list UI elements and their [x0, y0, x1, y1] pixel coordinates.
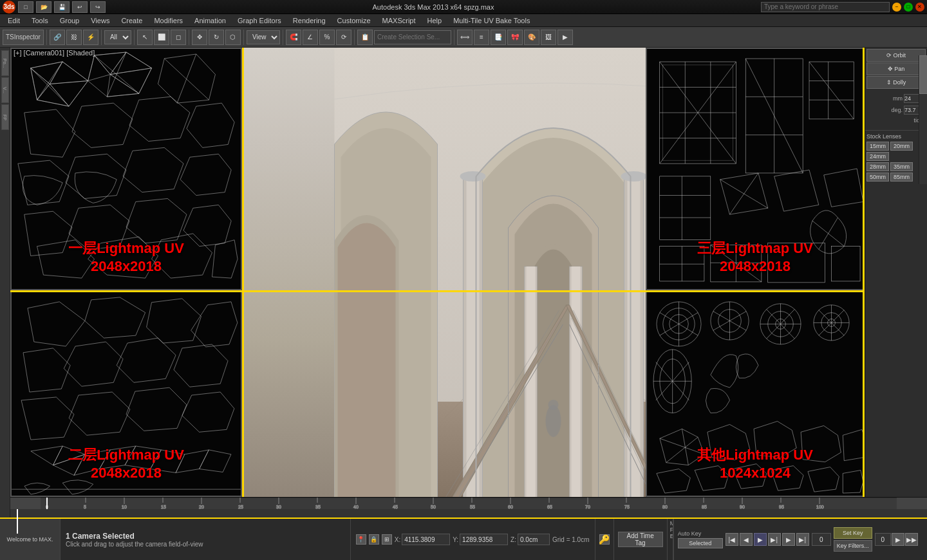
add-time-tag-btn[interactable]: Add Time Tag	[618, 532, 663, 547]
next-frame-btn[interactable]: ▶	[782, 533, 795, 546]
named-selection-btn[interactable]: 📋	[357, 30, 373, 45]
open-file-btn[interactable]: 📂	[36, 1, 52, 13]
menu-edit[interactable]: Edit	[3, 15, 25, 26]
align-btn[interactable]: ≡	[474, 30, 489, 45]
extra-end-btn[interactable]: ▶▶	[905, 533, 918, 546]
mm-label: mm	[893, 95, 903, 102]
pos-icon[interactable]: ⊞	[382, 534, 392, 545]
minimize-btn[interactable]: −	[892, 3, 901, 12]
key-icon[interactable]: 🔑	[599, 534, 610, 545]
menu-modifiers[interactable]: Modifiers	[149, 15, 188, 26]
z-input[interactable]	[518, 534, 550, 545]
extra-playback: ▶ ▶▶	[875, 533, 918, 546]
prev-frame-btn[interactable]: ◀	[740, 533, 753, 546]
left-sidebar-pol[interactable]: Po...	[1, 50, 9, 76]
play-selected-btn[interactable]: ▶|	[768, 533, 781, 546]
lens-85mm-btn[interactable]: 85mm	[890, 173, 913, 182]
frame-number-input[interactable]	[812, 533, 831, 546]
menu-tools[interactable]: Tools	[26, 15, 53, 26]
percent-snap-btn[interactable]: %	[319, 30, 335, 45]
orbit-btn[interactable]: ⟳ Orbit	[866, 49, 926, 62]
undo-btn[interactable]: ↩	[72, 1, 88, 13]
menu-animation[interactable]: Animation	[189, 15, 231, 26]
svg-text:85: 85	[702, 505, 707, 509]
left-sidebar-ver[interactable]: V...	[1, 77, 9, 103]
camera-panel-scrollbar[interactable]	[919, 55, 927, 184]
lock-icon[interactable]: 🔒	[369, 534, 379, 545]
go-to-end-btn[interactable]: ▶|	[796, 533, 809, 546]
layer-mgr-btn[interactable]: 📑	[491, 30, 506, 45]
maximize-btn[interactable]: □	[904, 3, 913, 12]
go-to-start-btn[interactable]: |◀	[726, 533, 738, 546]
select-object-btn[interactable]: ↖	[137, 30, 153, 45]
redo-btn[interactable]: ↪	[90, 1, 106, 13]
create-selection-input[interactable]	[374, 30, 451, 44]
menu-maxscript[interactable]: MAXScript	[377, 15, 421, 26]
unlink-btn[interactable]: ⛓	[66, 30, 82, 45]
quick-render-btn[interactable]: ▶	[557, 30, 573, 45]
menu-rendering[interactable]: Rendering	[288, 15, 331, 26]
svg-text:80: 80	[662, 505, 668, 509]
logo-text: 3ds	[3, 3, 14, 10]
title-bar: 3ds □ 📂 💾 ↩ ↪ Autodesk 3ds Max 2013 x64 …	[0, 0, 927, 14]
setkey-section: Set Key Key Filters...	[834, 527, 872, 552]
lens-15mm-btn[interactable]: 15mm	[866, 142, 889, 151]
mirror-btn[interactable]: ⟺	[457, 30, 473, 45]
close-btn[interactable]: ✕	[915, 3, 924, 12]
lens-28mm-btn[interactable]: 28mm	[866, 162, 889, 171]
key-filters-btn[interactable]: Key Filters...	[834, 540, 872, 552]
angle-snap-btn[interactable]: ∠	[303, 30, 318, 45]
menu-help[interactable]: Help	[422, 15, 447, 26]
current-frame-display[interactable]	[875, 533, 891, 546]
render-scene-btn[interactable]: 🖼	[541, 30, 556, 45]
menu-group[interactable]: Group	[55, 15, 85, 26]
y-label: Y:	[453, 536, 458, 543]
menu-create[interactable]: Create	[116, 15, 147, 26]
timeline-ruler[interactable]: 0 5 10 15 20 25 30 35 40 45 50 55	[10, 498, 927, 509]
material-editor-btn[interactable]: 🎨	[524, 30, 539, 45]
rotate-btn[interactable]: ↻	[209, 30, 224, 45]
new-file-btn[interactable]: □	[18, 1, 33, 13]
menu-multitile[interactable]: Multi-Tile UV Bake Tools	[448, 15, 535, 26]
spinner-snap-btn[interactable]: ⟳	[336, 30, 351, 45]
svg-text:50: 50	[431, 505, 436, 509]
lens-24mm-btn[interactable]: 24mm	[866, 152, 889, 161]
select-region-btn[interactable]: ⬜	[154, 30, 169, 45]
uv-panel-top-right: 三层Lightmap UV 2048x2018	[646, 48, 865, 290]
snap-toggle-btn[interactable]: 🧲	[286, 30, 301, 45]
keyword-search-input[interactable]	[761, 2, 890, 12]
menu-views[interactable]: Views	[86, 15, 115, 26]
save-file-btn[interactable]: 💾	[54, 1, 70, 13]
y-input[interactable]	[460, 534, 508, 545]
lens-20mm-btn[interactable]: 20mm	[890, 142, 913, 151]
tsinspector-label: TSInspector	[3, 30, 44, 45]
key-section: 🔑	[595, 519, 614, 560]
timeline-playhead	[17, 509, 18, 534]
ribbon-btn[interactable]: 🎀	[507, 30, 523, 45]
status-right: Auto Key Selected |◀ ◀ ▶ ▶| ▶ ▶| Set Key…	[673, 519, 927, 560]
lens-35mm-btn[interactable]: 35mm	[890, 162, 913, 171]
location-icon[interactable]: 📍	[356, 534, 366, 545]
bind-to-space-warp-btn[interactable]: ⚡	[83, 30, 98, 45]
window-crossing-btn[interactable]: ◻	[171, 30, 186, 45]
x-input[interactable]	[402, 534, 450, 545]
scale-btn[interactable]: ⬡	[225, 30, 241, 45]
left-sidebar-fp[interactable]: FP	[1, 104, 9, 130]
title-bar-title: Autodesk 3ds Max 2013 x64 spzg.max	[373, 3, 494, 11]
filter-dropdown[interactable]: All	[104, 30, 131, 44]
play-btn[interactable]: ▶	[754, 533, 767, 546]
pan-btn[interactable]: ✥ Pan	[866, 62, 926, 75]
scrollbar-thumb[interactable]	[919, 55, 927, 94]
main-toolbar: TSInspector 🔗 ⛓ ⚡ All ↖ ⬜ ◻ ✥ ↻ ⬡ View 🧲…	[0, 27, 927, 48]
menu-graph-editors[interactable]: Graph Editors	[232, 15, 286, 26]
svg-text:15: 15	[161, 505, 166, 509]
dolly-btn[interactable]: ⇕ Dolly	[866, 76, 926, 89]
sep5	[243, 30, 244, 45]
lens-50mm-btn[interactable]: 50mm	[866, 173, 889, 182]
set-key-btn[interactable]: Set Key	[834, 527, 872, 539]
menu-customize[interactable]: Customize	[332, 15, 376, 26]
view-dropdown[interactable]: View	[247, 30, 280, 44]
extra-play-btn[interactable]: ▶	[892, 533, 904, 546]
select-move-btn[interactable]: ✥	[192, 30, 207, 45]
link-btn[interactable]: 🔗	[50, 30, 65, 45]
